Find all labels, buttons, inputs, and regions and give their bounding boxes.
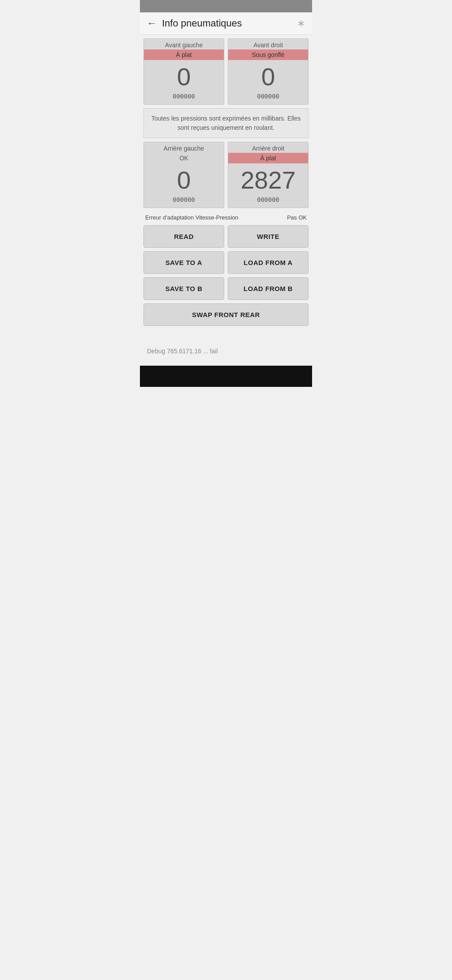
rear-right-label: Arrière droit xyxy=(249,142,288,153)
save-load-b-grid: SAVE TO B LOAD FROM B xyxy=(143,277,309,300)
error-label: Erreur d'adaptation Vitesse-Pression xyxy=(145,214,238,221)
load-from-a-button[interactable]: LOAD FROM A xyxy=(228,251,309,274)
front-right-status: Sous gonflé xyxy=(228,49,308,60)
front-right-label: Avant droit xyxy=(250,39,286,49)
page-title: Info pneumatiques xyxy=(162,18,297,29)
front-right-card: Avant droit Sous gonflé 0 000000 xyxy=(228,38,309,105)
status-row: Erreur d'adaptation Vitesse-Pression Pas… xyxy=(143,212,309,223)
front-right-value: 0 xyxy=(258,60,279,91)
swap-front-rear-button[interactable]: SWAP FRONT REAR xyxy=(143,303,309,326)
front-tire-grid: Avant gauche À plat 0 000000 Avant droit… xyxy=(143,38,309,105)
rear-left-value: 0 xyxy=(173,163,194,194)
load-from-b-button[interactable]: LOAD FROM B xyxy=(228,277,309,300)
info-banner: Toutes les pressions sont exprimées en m… xyxy=(143,108,309,138)
debug-text: Debug 765.6171.16 ... fail xyxy=(147,348,218,355)
front-right-code: 000000 xyxy=(253,91,283,104)
front-left-card: Avant gauche À plat 0 000000 xyxy=(143,38,224,105)
rear-left-label: Arrière gauche xyxy=(160,142,208,153)
error-value: Pas OK xyxy=(287,214,307,221)
read-button[interactable]: READ xyxy=(143,225,224,248)
rear-left-card: Arrière gauche OK 0 000000 xyxy=(143,142,224,208)
back-button[interactable]: ← xyxy=(147,18,162,29)
write-button[interactable]: WRITE xyxy=(228,225,309,248)
save-to-b-button[interactable]: SAVE TO B xyxy=(143,277,224,300)
rear-left-code: 000000 xyxy=(169,194,199,208)
bottom-bar xyxy=(140,366,312,387)
rear-right-code: 000000 xyxy=(253,194,283,208)
front-left-code: 000000 xyxy=(169,91,199,104)
main-content: Avant gauche À plat 0 000000 Avant droit… xyxy=(140,35,312,366)
rear-right-value: 2827 xyxy=(237,163,299,194)
front-left-label: Avant gauche xyxy=(162,39,206,49)
read-write-grid: READ WRITE xyxy=(143,225,309,248)
debug-area: Debug 765.6171.16 ... fail xyxy=(143,329,309,362)
status-bar xyxy=(140,0,312,12)
rear-left-status: OK xyxy=(144,153,224,163)
front-left-value: 0 xyxy=(173,60,194,91)
save-load-a-grid: SAVE TO A LOAD FROM A xyxy=(143,251,309,274)
bluetooth-icon: ∗ xyxy=(297,18,305,29)
rear-right-status: À plat xyxy=(228,153,308,163)
rear-tire-grid: Arrière gauche OK 0 000000 Arrière droit… xyxy=(143,142,309,208)
front-left-status: À plat xyxy=(144,49,224,60)
save-to-a-button[interactable]: SAVE TO A xyxy=(143,251,224,274)
top-bar: ← Info pneumatiques ∗ xyxy=(140,12,312,35)
rear-right-card: Arrière droit À plat 2827 000000 xyxy=(228,142,309,208)
